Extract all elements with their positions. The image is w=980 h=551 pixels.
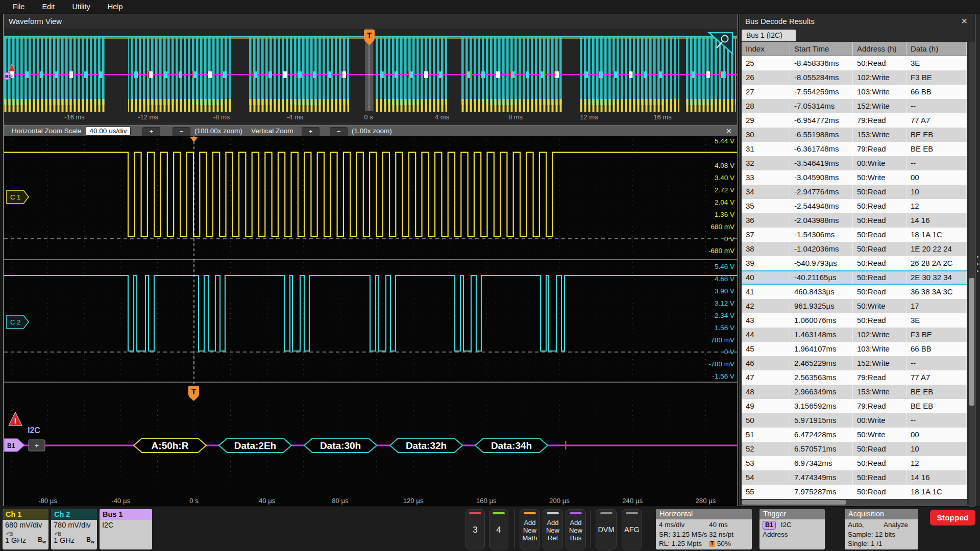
table-cell: -6.954772ms	[790, 113, 853, 128]
menu-item-help[interactable]: Help	[108, 3, 123, 11]
channel-badge-2[interactable]: Ch 2780 mV/div1 GHzBw	[51, 509, 97, 549]
channel3-button[interactable]: 3	[465, 509, 485, 549]
horizontal-scrollbar-thumb[interactable]	[742, 500, 846, 505]
table-cell: 54	[742, 470, 790, 485]
table-row[interactable]: 505.971915ms00:Write--	[742, 413, 967, 428]
add-new-ref-button[interactable]: AddNewRef	[543, 509, 563, 549]
acquisition-panel[interactable]: Acquisition Auto, Analyze Sample: 12 bit…	[845, 509, 918, 549]
v-zoom-plus-button[interactable]: +	[302, 127, 320, 136]
menu-item-file[interactable]: File	[13, 3, 24, 11]
close-icon[interactable]: ✕	[961, 16, 968, 26]
table-cell: 2E 30 32 34	[906, 271, 967, 284]
table-cell: 103:Write	[853, 85, 906, 99]
table-row[interactable]: 33-3.045908ms50:Write00	[742, 170, 967, 185]
table-row[interactable]: 516.472428ms50:Write00	[742, 428, 967, 442]
table-cell: 5.971915ms	[790, 413, 853, 428]
table-row[interactable]: 31-6.361748ms79:ReadBE EB	[742, 142, 967, 156]
table-row[interactable]: 38-1.042036ms50:Read1E 20 22 24	[742, 242, 967, 256]
table-cell: 52	[742, 442, 790, 456]
add-new-bus-button[interactable]: AddNewBus	[566, 509, 586, 549]
table-row[interactable]: 441.463148ms102:WriteF3 BE	[742, 328, 967, 342]
menu-item-utility[interactable]: Utility	[72, 3, 90, 11]
table-cell: 14 16	[906, 213, 967, 228]
separator	[514, 510, 515, 548]
acq-sample: Sample: 12 bits	[848, 530, 915, 540]
table-row[interactable]: 29-6.954772ms79:Read77 A7	[742, 113, 967, 128]
table-row[interactable]: 36-2.043988ms50:Read14 16	[742, 213, 967, 228]
table-row[interactable]: 28-7.05314ms152:Write--	[742, 99, 967, 113]
zoomed-waveform-area[interactable]: C 1 C 2 -80 µs-40 µs0 s40 µs80 µs120 µs1…	[4, 136, 737, 506]
bandwidth-limit-label: Bw	[86, 536, 94, 544]
vertical-scrollbar-thumb[interactable]	[969, 278, 974, 406]
add-new-math-button[interactable]: AddNewMath	[520, 509, 540, 549]
table-row[interactable]: 526.570571ms50:Read10	[742, 442, 967, 456]
table-row[interactable]: 493.156592ms79:ReadBE EB	[742, 399, 967, 413]
handle-dot	[977, 270, 978, 272]
table-row[interactable]: 26-8.055284ms102:WriteF3 BE	[742, 70, 967, 85]
table-row[interactable]: 30-6.551988ms153:WriteBE EB	[742, 128, 967, 142]
channel4-button[interactable]: 4	[489, 509, 508, 549]
overview-time-label: 12 ms	[580, 113, 598, 121]
trigger-panel[interactable]: Trigger B1 I2C Address	[760, 509, 825, 549]
panel-resize-handle[interactable]	[975, 14, 980, 506]
table-cell: 53	[742, 456, 790, 470]
table-cell: 7.975287ms	[790, 485, 853, 499]
stopped-button[interactable]: Stopped	[930, 510, 975, 525]
svg-text:T: T	[367, 31, 372, 39]
table-cell: BE EB	[906, 142, 967, 156]
dvm-button[interactable]: DVM	[596, 509, 617, 549]
bus-badge-type: I2C	[102, 521, 150, 529]
h-zoom-plus-button[interactable]: +	[142, 127, 160, 136]
bottom-bar: Ch 1680 mV/div1 GHzBwCh 2780 mV/div1 GHz…	[0, 507, 980, 551]
table-cell: 47	[742, 370, 790, 385]
channel3-button-label: 3	[466, 525, 484, 535]
h-zoom-minus-button[interactable]: −	[173, 127, 190, 136]
table-row[interactable]: 27-7.554259ms103:Write66 BB	[742, 85, 967, 99]
waveform-overview[interactable]: -16 ms-12 ms-8 ms-4 ms0 s4 ms8 ms12 ms16…	[4, 29, 737, 123]
table-cell: 50:Read	[853, 199, 906, 213]
horizontal-scrollbar[interactable]	[742, 499, 967, 505]
table-cell: 26 28 2A 2C	[906, 256, 967, 270]
horizontal-zoom-scale-input[interactable]: 40.00 us/div	[86, 127, 131, 136]
overview-time-label: -4 ms	[287, 113, 304, 121]
table-row[interactable]: 25-8.458336ms50:Read3E	[742, 56, 967, 70]
table-row[interactable]: 41460.8433µs50:Read36 38 3A 3C	[742, 285, 967, 299]
column-header: Index	[742, 42, 790, 56]
zoom-close-icon[interactable]: ✕	[725, 127, 732, 136]
table-row[interactable]: 482.966349ms153:WriteBE EB	[742, 385, 967, 399]
table-cell: 44	[742, 328, 790, 342]
table-cell: --	[906, 99, 967, 113]
table-row[interactable]: 34-2.947764ms50:Read10	[742, 185, 967, 199]
v-zoom-minus-button[interactable]: −	[330, 127, 348, 136]
table-cell: 39	[742, 256, 790, 270]
menu-item-edit[interactable]: Edit	[42, 3, 55, 11]
afg-button[interactable]: AFG	[622, 509, 642, 549]
bus1-bottom-badge[interactable]: Bus 1I2C	[100, 509, 152, 549]
table-row[interactable]: 40-40.21165µs50:Read2E 30 32 34	[742, 270, 967, 285]
table-row[interactable]: 37-1.54306ms50:Read18 1A 1C	[742, 228, 967, 242]
vertical-scrollbar[interactable]	[969, 42, 975, 513]
tab-bus1-i2c[interactable]: Bus 1 (I2C)	[742, 30, 796, 41]
table-row[interactable]: 42961.9325µs50:Write17	[742, 299, 967, 313]
table-row[interactable]: 451.964107ms103:Write66 BB	[742, 342, 967, 356]
table-cell: 42	[742, 299, 790, 313]
table-cell: 31	[742, 142, 790, 156]
channel-scale: 780 mV/div	[54, 521, 94, 529]
table-row[interactable]: 431.060076ms50:Read3E	[742, 313, 967, 328]
channel2-waveform: C 2	[4, 259, 737, 382]
table-row[interactable]: 472.563563ms79:Read77 A7	[742, 370, 967, 385]
channel-badge-1[interactable]: Ch 1680 mV/div1 GHzBw	[3, 509, 48, 549]
horizontal-panel[interactable]: Horizontal 4 ms/div40 msSR: 31.25 MS/s32…	[656, 509, 752, 549]
table-row[interactable]: 32-3.546419ms00:Write--	[742, 156, 967, 170]
table-cell: 2.563563ms	[790, 370, 853, 385]
ch2-trace	[4, 276, 737, 351]
table-cell: 18 1A 1C	[906, 228, 967, 242]
table-row[interactable]: 462.465229ms152:Write--	[742, 356, 967, 370]
table-row[interactable]: 547.474349ms50:Read14 16	[742, 470, 967, 485]
table-row[interactable]: 536.97342ms50:Read12	[742, 456, 967, 470]
waveform-view-panel: Waveform View -16 ms-12 ms-8 ms-4 ms0 s4…	[3, 14, 738, 506]
table-row[interactable]: 39-540.9793µs50:Read26 28 2A 2C	[742, 256, 967, 270]
table-row[interactable]: 35-2.544948ms50:Read12	[742, 199, 967, 213]
table-row[interactable]: 557.975287ms50:Read18 1A 1C	[742, 485, 967, 499]
table-cell: --	[906, 356, 967, 370]
